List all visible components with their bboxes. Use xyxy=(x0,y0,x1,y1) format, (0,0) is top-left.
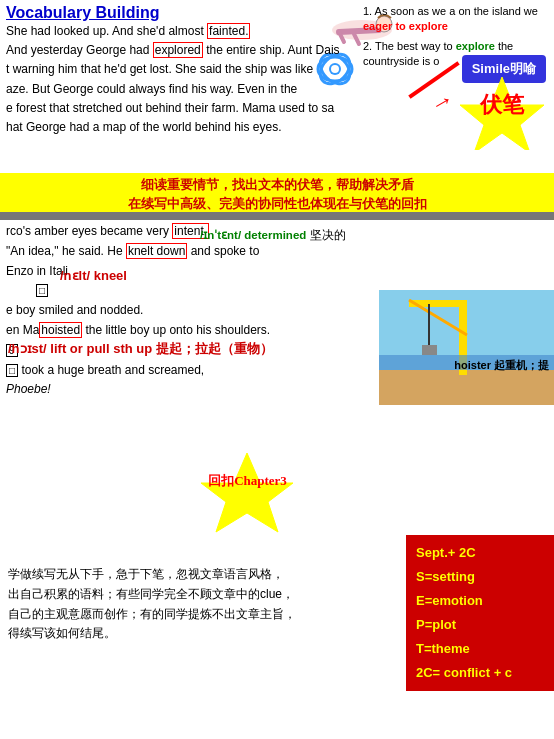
text-block-2: rco's amber eyes became very intent. "An… xyxy=(0,222,295,400)
knelt-highlight: knelt down xyxy=(126,243,187,259)
text-b2-line-7: □ took a huge breath and screamed, xyxy=(6,361,289,381)
bottom-chinese: 学做续写无从下手，急于下笔，忽视文章语言风格， 出自己积累的语料；有些同学完全不… xyxy=(0,565,404,644)
right-item-1: 1. As soon as we a on the island we eage… xyxy=(363,4,550,35)
chinese-line-4: 得续写该如何结尾。 xyxy=(8,624,396,644)
text-line-4: aze. But George could always find his wa… xyxy=(6,80,349,99)
text-b2-line-3: □ xyxy=(36,281,289,301)
text-line-1: She had looked up. And she'd almost fain… xyxy=(6,22,349,41)
num-box-3: □ xyxy=(6,364,18,377)
yellow-line-2: 在续写中高级、完美的协同性也体现在与伏笔的回扣 xyxy=(6,195,548,214)
sept-t: T=theme xyxy=(416,637,544,661)
sept-panel: Sept.+ 2C S=setting E=emotion P=plot T=t… xyxy=(406,535,554,691)
text-b2-line-4: e boy smiled and nodded. xyxy=(6,301,289,321)
fubi-text: 伏笔 xyxy=(480,90,524,120)
text-b2-line-2: "An idea," he said. He knelt down and sp… xyxy=(6,242,289,282)
sept-2c: 2C= conflict + c xyxy=(416,661,544,685)
sept-title: Sept.+ 2C xyxy=(416,541,544,565)
knelt-label: /nɛlt/ kneel xyxy=(60,268,127,283)
intent-ipa: /ɪnˈtɛnt/ xyxy=(200,229,241,241)
page-container: Vocabulary Building 1. As soon as we a o… xyxy=(0,0,554,739)
fubi-starburst: 伏笔 xyxy=(452,75,552,150)
hoister-label: hoister 起重机；提 xyxy=(454,358,549,373)
list-num-1: 1. As soon as we a on the island we xyxy=(363,5,538,17)
vocab-title: Vocabulary Building xyxy=(6,4,160,21)
sept-s: S=setting xyxy=(416,565,544,589)
text-block-1: She had looked up. And she'd almost fain… xyxy=(0,22,355,137)
list-num-2: 2. The best way to xyxy=(363,40,456,52)
text-line-2: And yesterday George had explored the en… xyxy=(6,41,349,60)
gray-divider xyxy=(0,212,554,220)
sept-p: P=plot xyxy=(416,613,544,637)
hoisted-highlight: hoisted xyxy=(39,322,82,338)
crane-area xyxy=(379,290,554,405)
chapter-text: 回扣Chapter3 xyxy=(208,472,287,490)
text-b2-line-8: Phoebe! xyxy=(6,380,289,400)
num-box-1: □ xyxy=(36,284,48,297)
explored-highlight: explored xyxy=(153,42,203,58)
text-line-6: hat George had a map of the world behind… xyxy=(6,118,349,137)
text-line-3: t warning him that he'd get lost. She sa… xyxy=(6,60,349,79)
text-b2-line-5: en Mahoisted the little boy up onto his … xyxy=(6,321,289,341)
svg-rect-18 xyxy=(422,345,437,355)
fainted-highlight: fainted. xyxy=(207,23,250,39)
intent-label: /ɪnˈtɛnt/ determined 坚决的 xyxy=(200,228,346,243)
yellow-line-1: 细读重要情节，找出文本的伏笔，帮助解决矛盾 xyxy=(6,176,548,195)
chapter-starburst: 回扣Chapter3 xyxy=(185,450,310,535)
explore-green: explore xyxy=(456,40,495,52)
determined-chinese: 坚决的 xyxy=(310,229,346,241)
svg-marker-20 xyxy=(201,453,293,532)
determined-english: determined xyxy=(244,229,306,241)
svg-rect-13 xyxy=(379,370,554,405)
sept-e: E=emotion xyxy=(416,589,544,613)
chinese-line-2: 出自己积累的语料；有些同学完全不顾文章中的clue， xyxy=(8,585,396,605)
chinese-line-3: 自己的主观意愿而创作；有的同学提炼不出文章主旨， xyxy=(8,605,396,625)
simile-text: Simile明喻 xyxy=(472,61,536,76)
hoist-label: /hɔɪst/ lift or pull sth up 提起；拉起（重物） xyxy=(0,340,379,358)
text-line-5: e forest that stretched out behind their… xyxy=(6,99,349,118)
yellow-bar: 细读重要情节，找出文本的伏笔，帮助解决矛盾 在续写中高级、完美的协同性也体现在与… xyxy=(0,173,554,217)
chinese-line-1: 学做续写无从下手，急于下笔，忽视文章语言风格， xyxy=(8,565,396,585)
eager-explore: eager to explore xyxy=(363,20,448,32)
